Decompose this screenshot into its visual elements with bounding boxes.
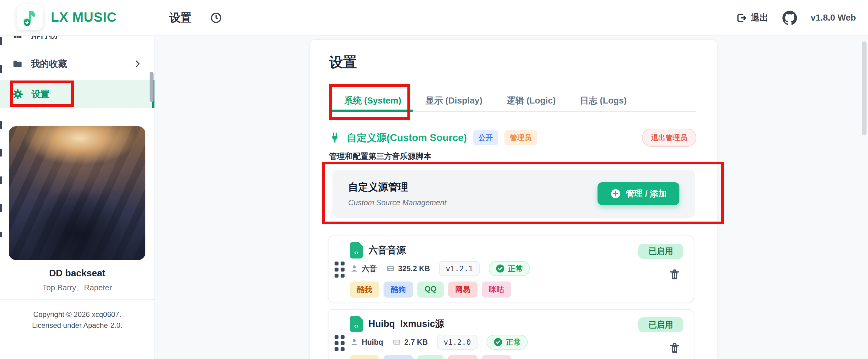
app-window: LX MUSIC 设置 退出 <box>0 0 868 359</box>
source-item-1: 已启用 ‹› Huibq_lxmusic源 <box>328 309 694 359</box>
tab-display[interactable]: 显示 (Display) <box>426 95 483 107</box>
now-playing-artists: Top Barry、Rapeter <box>0 282 154 293</box>
check-circle-icon <box>495 264 505 273</box>
source-name: Huibq_lxmusic源 <box>368 317 444 330</box>
person-icon <box>350 264 359 273</box>
source-item-0: 已启用 ‹› 六音音源 <box>328 236 694 302</box>
github-icon[interactable] <box>782 10 797 25</box>
person-icon <box>350 337 359 347</box>
tag: 咪咕 <box>482 355 512 359</box>
license-text: Licensed under Apache-2.0. <box>0 321 154 330</box>
drag-handle-icon[interactable] <box>335 335 345 351</box>
logo-tile <box>17 4 43 30</box>
logo-text: LX MUSIC <box>51 10 117 25</box>
author-label: Huibq <box>362 338 383 347</box>
source-tags: 酷我 酷狗 QQ 网易 咪咕 <box>350 281 693 298</box>
header-page-title: 设置 <box>169 0 192 35</box>
app-logo[interactable]: LX MUSIC <box>17 4 117 30</box>
status-badge: 已启用 <box>638 244 683 259</box>
script-file-icon: ‹› <box>350 316 363 332</box>
tag: 网易 <box>448 281 477 298</box>
sidebar-item-label: 排行榜 <box>31 35 58 41</box>
source-body: ‹› 六音音源 六音 <box>329 236 693 298</box>
sidebar-item-ranking[interactable]: 排行榜 <box>0 35 154 45</box>
tab-logic[interactable]: 逻辑 (Logic) <box>506 95 556 107</box>
logout-icon <box>735 12 747 24</box>
health-chip: 正常 <box>487 335 528 350</box>
size-label: 2.7 KB <box>404 338 428 347</box>
app-version: v1.8.0 Web <box>811 13 856 23</box>
tag: 酷我 <box>350 355 379 359</box>
source-author: Huibq <box>350 337 383 347</box>
status-badge: 已启用 <box>638 317 683 332</box>
tag: 酷狗 <box>383 355 413 359</box>
annotation-box-system-tab <box>329 84 410 120</box>
sidebar-item-favorites[interactable]: 我的收藏 <box>0 54 154 74</box>
check-circle-icon <box>493 337 503 347</box>
top-header: LX MUSIC 设置 退出 <box>0 0 868 36</box>
storage-icon <box>392 337 401 347</box>
chevron-right-icon <box>133 59 142 69</box>
custom-source-section-header: 自定义源(Custom Source) 公开 管理员 退出管理员 <box>329 129 696 147</box>
tab-logs[interactable]: 日志 (Logs) <box>580 95 627 107</box>
chart-icon <box>12 35 23 40</box>
plug-icon <box>329 132 341 143</box>
copyright-text: Copyright © 2026 xcq0607. <box>0 310 154 319</box>
source-meta-row: 六音 325.2 KB v1.2.1 <box>350 262 693 275</box>
source-name: 六音音源 <box>368 244 406 257</box>
size-label: 325.2 KB <box>398 264 430 273</box>
trash-icon[interactable] <box>668 342 681 355</box>
album-art <box>9 126 145 260</box>
tag: 咪咕 <box>482 281 512 298</box>
tag: QQ <box>417 355 444 359</box>
version-chip: v1.2.0 <box>437 335 477 350</box>
logout-button[interactable]: 退出 <box>735 12 769 24</box>
page-title: 设置 <box>329 53 357 72</box>
health-chip: 正常 <box>489 261 530 276</box>
source-meta-row: Huibq 2.7 KB v1.2.0 <box>350 336 693 349</box>
sidebar-item-label: 我的收藏 <box>31 58 67 70</box>
public-badge: 公开 <box>473 130 498 145</box>
author-label: 六音 <box>362 264 377 274</box>
page-scrollbar[interactable] <box>862 42 867 135</box>
logout-label: 退出 <box>751 12 769 24</box>
trash-icon[interactable] <box>668 268 681 281</box>
exit-admin-button[interactable]: 退出管理员 <box>642 129 696 147</box>
storage-icon <box>386 264 395 273</box>
source-tags: 酷我 酷狗 QQ 网易 咪咕 <box>350 355 693 359</box>
tag: 酷狗 <box>383 281 413 298</box>
health-label: 正常 <box>506 337 521 347</box>
source-size: 2.7 KB <box>392 337 428 347</box>
version-chip: v1.2.1 <box>439 261 479 276</box>
section-description: 管理和配置第三方音乐源脚本 <box>329 151 431 162</box>
clock-icon[interactable] <box>210 11 222 24</box>
header-actions: 退出 v1.8.0 Web <box>735 0 856 35</box>
annotation-box-manager-card <box>322 162 724 224</box>
tag: 网易 <box>448 355 477 359</box>
music-note-icon <box>21 8 39 27</box>
admin-badge: 管理员 <box>504 130 537 145</box>
source-size: 325.2 KB <box>386 264 430 273</box>
tag: 酷我 <box>350 281 379 298</box>
drag-handle-icon[interactable] <box>335 261 345 278</box>
sidebar-scrollbar[interactable] <box>150 72 154 102</box>
tag: QQ <box>417 281 444 298</box>
source-author: 六音 <box>350 264 377 274</box>
folder-icon <box>12 58 23 69</box>
sidebar-divider <box>0 299 154 300</box>
section-title: 自定义源(Custom Source) <box>347 131 467 145</box>
source-body: ‹› Huibq_lxmusic源 Huibq <box>329 310 693 359</box>
script-file-icon: ‹› <box>350 242 363 258</box>
health-label: 正常 <box>508 264 523 274</box>
annotation-box-settings-nav <box>10 81 74 107</box>
now-playing-title: DD backseat <box>0 268 154 279</box>
